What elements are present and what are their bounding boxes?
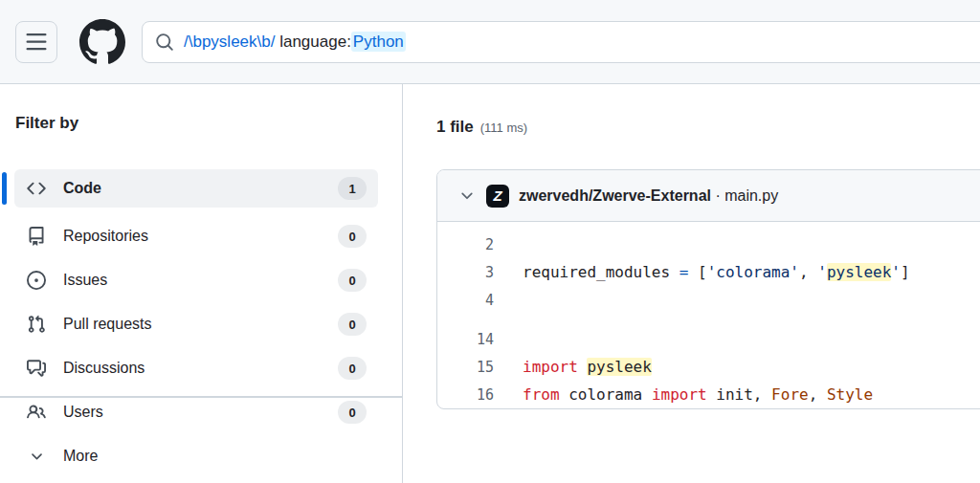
code-line-14[interactable]: 14 [437,325,980,353]
discussion-icon [27,359,46,378]
sidebar-item-label: Code [63,180,101,197]
line-number: 2 [437,236,494,253]
sidebar-item-label: Users [63,404,103,421]
hamburger-menu-button[interactable] [15,21,57,63]
file-title: zwervedh/Zwerve-External · main.py [519,187,778,205]
line-content: import pysleek [494,358,652,376]
sidebar-item-pull-requests[interactable]: Pull requests0 [14,305,378,343]
code-group: 1415import pysleek16from colorama import… [437,325,980,408]
code-snippet: 23required_modules = ['colorama', 'pysle… [437,222,980,409]
code-line-2[interactable]: 2 [437,231,980,258]
global-header: /\bpysleek\b/ language:Python [0,0,980,84]
query-language-value: Python [351,32,406,52]
github-code-search-page: /\bpysleek\b/ language:Python Filter by … [0,0,980,483]
pull-request-icon [27,315,46,334]
sidebar-item-label: Pull requests [63,316,152,333]
code-line-3[interactable]: 3required_modules = ['colorama', 'pyslee… [437,258,980,286]
file-link[interactable]: main.py [724,187,778,204]
code-line-4[interactable]: 4 [437,286,980,314]
filter-by-heading: Filter by [15,114,78,133]
three-bars-icon [25,31,48,54]
users-icon [27,403,46,422]
line-number: 14 [437,331,494,348]
code-result-header[interactable]: Z zwervedh/Zwerve-External · main.py [437,170,980,222]
sidebar-item-code[interactable]: Code1 [14,169,378,208]
github-logo[interactable] [79,19,125,65]
search-input[interactable]: /\bpysleek\b/ language:Python [142,21,980,63]
count-badge: 0 [338,401,367,424]
result-timing: (111 ms) [480,121,527,135]
sidebar-bottom-divider [0,396,403,398]
query-qualifier-text: language: [275,33,350,51]
code-group: 23required_modules = ['colorama', 'pysle… [437,231,980,314]
chevron-down-icon [27,447,46,466]
sidebar-item-more[interactable]: More [14,437,378,475]
results-summary: 1 file (111 ms) [436,118,527,137]
sidebar-item-issues[interactable]: Issues0 [14,261,378,299]
count-badge: 0 [338,269,367,292]
search-query: /\bpysleek\b/ language:Python [184,33,406,52]
repo-icon [27,227,46,246]
sidebar-item-label: Issues [63,272,107,289]
chevron-down-icon [458,187,476,205]
code-line-15[interactable]: 15import pysleek [437,353,980,381]
sidebar-item-label: Repositories [63,228,148,245]
sidebar-item-users[interactable]: Users0 [14,393,378,431]
repo-avatar[interactable]: Z [486,185,509,208]
code-icon [27,179,46,198]
issue-opened-icon [27,271,46,290]
search-icon [155,33,174,52]
sidebar-item-label: More [63,448,98,465]
line-number: 4 [437,292,494,309]
title-separator: · [711,187,724,204]
result-count: 1 file [436,118,474,137]
repo-link[interactable]: zwervedh/Zwerve-External [519,187,711,204]
count-badge: 1 [338,177,367,200]
line-content: from colorama import init, Fore, Style [494,385,873,404]
line-number: 16 [437,386,494,404]
line-content: required_modules = ['colorama', 'pysleek… [494,263,910,281]
filter-sidebar: Filter by Code1Repositories0Issues0Pull … [0,84,403,483]
line-number: 3 [437,264,494,281]
count-badge: 0 [338,357,367,380]
query-regex-text: /\bpysleek\b/ [184,33,275,51]
code-line-16[interactable]: 16from colorama import init, Fore, Style [437,381,980,408]
collapse-file-button[interactable] [458,187,476,205]
code-result-card: Z zwervedh/Zwerve-External · main.py 23r… [436,169,980,409]
sidebar-item-discussions[interactable]: Discussions0 [14,349,378,387]
filter-list: Code1Repositories0Issues0Pull requests0D… [0,169,403,481]
sidebar-item-repositories[interactable]: Repositories0 [14,217,378,255]
sidebar-item-label: Discussions [63,360,145,377]
count-badge: 0 [338,225,367,248]
active-indicator [2,172,7,205]
line-number: 15 [437,359,494,376]
count-badge: 0 [338,313,367,336]
